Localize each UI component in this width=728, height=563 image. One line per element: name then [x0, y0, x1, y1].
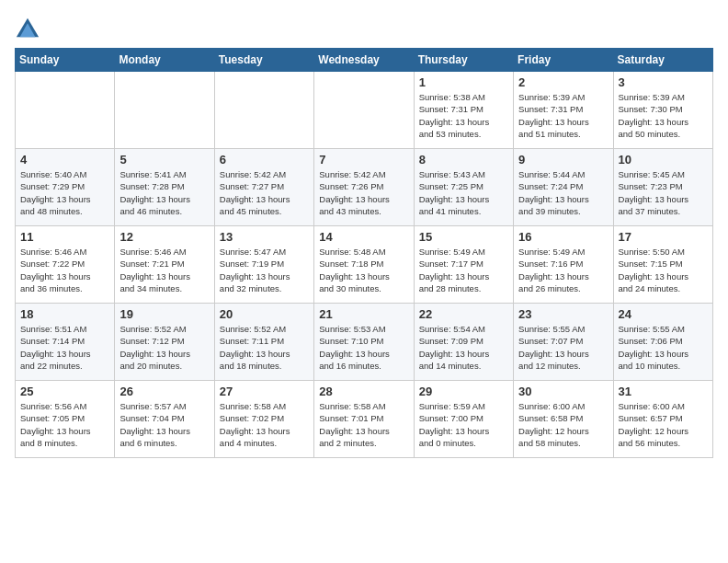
calendar-cell: 16Sunrise: 5:49 AM Sunset: 7:16 PM Dayli…: [514, 226, 613, 304]
calendar-cell: 3Sunrise: 5:39 AM Sunset: 7:30 PM Daylig…: [613, 72, 712, 149]
day-info: Sunrise: 5:38 AM Sunset: 7:31 PM Dayligh…: [419, 91, 508, 140]
day-number: 11: [20, 230, 109, 244]
day-number: 17: [619, 230, 708, 244]
day-number: 15: [419, 230, 508, 244]
day-info: Sunrise: 5:46 AM Sunset: 7:22 PM Dayligh…: [20, 246, 109, 294]
calendar-cell: 4Sunrise: 5:40 AM Sunset: 7:29 PM Daylig…: [16, 149, 115, 226]
calendar-cell: 28Sunrise: 5:58 AM Sunset: 7:01 PM Dayli…: [314, 381, 414, 458]
logo: [15, 15, 44, 40]
calendar-cell: 23Sunrise: 5:55 AM Sunset: 7:07 PM Dayli…: [514, 304, 613, 381]
day-number: 23: [518, 307, 608, 321]
day-number: 19: [119, 307, 209, 321]
day-number: 14: [319, 230, 408, 244]
calendar-cell: 1Sunrise: 5:38 AM Sunset: 7:31 PM Daylig…: [414, 72, 513, 149]
calendar-week-4: 18Sunrise: 5:51 AM Sunset: 7:14 PM Dayli…: [16, 304, 713, 381]
col-header-sunday: Sunday: [16, 49, 115, 72]
calendar-cell: 14Sunrise: 5:48 AM Sunset: 7:18 PM Dayli…: [314, 226, 414, 304]
day-number: 20: [220, 307, 309, 321]
day-info: Sunrise: 5:39 AM Sunset: 7:31 PM Dayligh…: [518, 91, 608, 140]
day-info: Sunrise: 5:56 AM Sunset: 7:05 PM Dayligh…: [20, 400, 109, 449]
calendar-cell: 17Sunrise: 5:50 AM Sunset: 7:15 PM Dayli…: [613, 226, 712, 304]
calendar-cell: 29Sunrise: 5:59 AM Sunset: 7:00 PM Dayli…: [414, 381, 513, 458]
day-info: Sunrise: 5:54 AM Sunset: 7:09 PM Dayligh…: [419, 323, 508, 372]
day-number: 26: [119, 385, 209, 398]
calendar-cell: 31Sunrise: 6:00 AM Sunset: 6:57 PM Dayli…: [613, 381, 712, 458]
day-info: Sunrise: 6:00 AM Sunset: 6:58 PM Dayligh…: [518, 400, 608, 449]
calendar-cell: 9Sunrise: 5:44 AM Sunset: 7:24 PM Daylig…: [514, 149, 613, 226]
day-number: 22: [419, 307, 508, 321]
day-info: Sunrise: 5:39 AM Sunset: 7:30 PM Dayligh…: [619, 91, 708, 140]
calendar-cell: 25Sunrise: 5:56 AM Sunset: 7:05 PM Dayli…: [16, 381, 115, 458]
calendar-cell: [115, 72, 214, 149]
day-info: Sunrise: 5:59 AM Sunset: 7:00 PM Dayligh…: [419, 400, 508, 449]
day-info: Sunrise: 5:42 AM Sunset: 7:26 PM Dayligh…: [319, 168, 408, 217]
day-number: 31: [619, 385, 708, 398]
day-number: 28: [319, 385, 408, 398]
col-header-tuesday: Tuesday: [214, 49, 313, 72]
calendar-cell: 10Sunrise: 5:45 AM Sunset: 7:23 PM Dayli…: [613, 149, 712, 226]
day-info: Sunrise: 5:45 AM Sunset: 7:23 PM Dayligh…: [619, 168, 708, 217]
day-info: Sunrise: 5:58 AM Sunset: 7:01 PM Dayligh…: [319, 400, 408, 449]
calendar-cell: 6Sunrise: 5:42 AM Sunset: 7:27 PM Daylig…: [214, 149, 313, 226]
calendar-week-5: 25Sunrise: 5:56 AM Sunset: 7:05 PM Dayli…: [16, 381, 713, 458]
day-number: 25: [20, 385, 109, 398]
calendar-header-row: SundayMondayTuesdayWednesdayThursdayFrid…: [16, 49, 713, 72]
calendar-cell: 22Sunrise: 5:54 AM Sunset: 7:09 PM Dayli…: [414, 304, 513, 381]
day-number: 5: [119, 153, 209, 167]
calendar-cell: 7Sunrise: 5:42 AM Sunset: 7:26 PM Daylig…: [314, 149, 414, 226]
calendar-cell: 21Sunrise: 5:53 AM Sunset: 7:10 PM Dayli…: [314, 304, 414, 381]
day-info: Sunrise: 5:49 AM Sunset: 7:17 PM Dayligh…: [419, 246, 508, 294]
day-info: Sunrise: 5:53 AM Sunset: 7:10 PM Dayligh…: [319, 323, 408, 372]
day-info: Sunrise: 5:55 AM Sunset: 7:07 PM Dayligh…: [518, 323, 608, 372]
day-number: 21: [319, 307, 408, 321]
day-number: 10: [619, 153, 708, 167]
day-info: Sunrise: 5:58 AM Sunset: 7:02 PM Dayligh…: [220, 400, 309, 449]
day-info: Sunrise: 5:40 AM Sunset: 7:29 PM Dayligh…: [20, 168, 109, 217]
day-number: 18: [20, 307, 109, 321]
day-info: Sunrise: 6:00 AM Sunset: 6:57 PM Dayligh…: [619, 400, 708, 449]
day-info: Sunrise: 5:52 AM Sunset: 7:12 PM Dayligh…: [119, 323, 209, 372]
day-number: 3: [619, 75, 708, 89]
day-number: 30: [518, 385, 608, 398]
calendar-cell: 26Sunrise: 5:57 AM Sunset: 7:04 PM Dayli…: [115, 381, 214, 458]
page-header: [15, 15, 713, 40]
day-info: Sunrise: 5:52 AM Sunset: 7:11 PM Dayligh…: [220, 323, 309, 372]
calendar-cell: [314, 72, 414, 149]
col-header-saturday: Saturday: [613, 49, 712, 72]
calendar-week-2: 4Sunrise: 5:40 AM Sunset: 7:29 PM Daylig…: [16, 149, 713, 226]
col-header-wednesday: Wednesday: [314, 49, 414, 72]
calendar-cell: 27Sunrise: 5:58 AM Sunset: 7:02 PM Dayli…: [214, 381, 313, 458]
col-header-friday: Friday: [514, 49, 613, 72]
day-number: 1: [419, 75, 508, 89]
day-number: 12: [119, 230, 209, 244]
calendar-cell: 18Sunrise: 5:51 AM Sunset: 7:14 PM Dayli…: [16, 304, 115, 381]
day-number: 13: [220, 230, 309, 244]
calendar-cell: 20Sunrise: 5:52 AM Sunset: 7:11 PM Dayli…: [214, 304, 313, 381]
calendar-cell: [16, 72, 115, 149]
calendar-table: SundayMondayTuesdayWednesdayThursdayFrid…: [15, 48, 713, 458]
calendar-cell: 15Sunrise: 5:49 AM Sunset: 7:17 PM Dayli…: [414, 226, 513, 304]
day-info: Sunrise: 5:51 AM Sunset: 7:14 PM Dayligh…: [20, 323, 109, 372]
day-number: 27: [220, 385, 309, 398]
calendar-cell: 2Sunrise: 5:39 AM Sunset: 7:31 PM Daylig…: [514, 72, 613, 149]
calendar-cell: 5Sunrise: 5:41 AM Sunset: 7:28 PM Daylig…: [115, 149, 214, 226]
day-number: 4: [20, 153, 109, 167]
day-info: Sunrise: 5:42 AM Sunset: 7:27 PM Dayligh…: [220, 168, 309, 217]
calendar-cell: [214, 72, 313, 149]
day-number: 24: [619, 307, 708, 321]
day-number: 29: [419, 385, 508, 398]
day-number: 8: [419, 153, 508, 167]
calendar-cell: 19Sunrise: 5:52 AM Sunset: 7:12 PM Dayli…: [115, 304, 214, 381]
day-number: 7: [319, 153, 408, 167]
day-number: 2: [518, 75, 608, 89]
calendar-cell: 12Sunrise: 5:46 AM Sunset: 7:21 PM Dayli…: [115, 226, 214, 304]
day-number: 6: [220, 153, 309, 167]
calendar-cell: 11Sunrise: 5:46 AM Sunset: 7:22 PM Dayli…: [16, 226, 115, 304]
calendar-cell: 8Sunrise: 5:43 AM Sunset: 7:25 PM Daylig…: [414, 149, 513, 226]
day-number: 16: [518, 230, 608, 244]
col-header-thursday: Thursday: [414, 49, 513, 72]
day-info: Sunrise: 5:49 AM Sunset: 7:16 PM Dayligh…: [518, 246, 608, 294]
col-header-monday: Monday: [115, 49, 214, 72]
day-info: Sunrise: 5:44 AM Sunset: 7:24 PM Dayligh…: [518, 168, 608, 217]
day-info: Sunrise: 5:55 AM Sunset: 7:06 PM Dayligh…: [619, 323, 708, 372]
